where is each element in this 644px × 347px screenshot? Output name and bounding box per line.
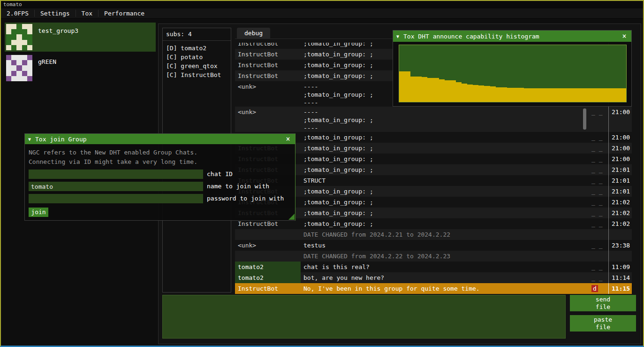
join-name-row: name to join with	[29, 182, 291, 191]
avatar-pixel	[22, 65, 27, 70]
collapse-arrow-icon[interactable]: ▼	[396, 34, 399, 39]
message-text: ;tomato_in_group: ;	[301, 154, 591, 164]
avatar-pixel	[27, 24, 32, 29]
avatar-pixel	[22, 60, 27, 65]
menu-item-performance[interactable]: Performance	[98, 8, 150, 18]
histogram-bar	[581, 88, 586, 102]
message-status: _ _	[591, 208, 608, 218]
chat-scrollbar-thumb[interactable]	[583, 108, 586, 130]
join-password-input[interactable]	[29, 194, 203, 203]
contact-name: test_group3	[38, 27, 78, 34]
message-status: _ _	[591, 186, 608, 197]
avatar-pixel	[27, 55, 32, 60]
resize-grip[interactable]	[288, 214, 295, 220]
join-window-titlebar[interactable]: ▼ Tox join Group ×	[25, 134, 295, 144]
subs-list-item[interactable]: [D] tomato2	[163, 44, 231, 53]
message-status: _ _	[591, 164, 608, 175]
message-time: 11:15	[608, 283, 632, 294]
date-divider-row: DATE CHANGED from 2024.2.21 to 2024.2.22	[235, 229, 632, 240]
message-text: ;tomato_in_group: ;	[301, 208, 591, 218]
subs-list-item[interactable]: [C] potato	[163, 53, 231, 62]
message-row[interactable]: tomato2bot, are you new here?_ _11:14	[235, 272, 632, 283]
histogram-bar	[575, 88, 581, 102]
avatar-pixel	[27, 65, 32, 70]
date-divider-row: DATE CHANGED from 2024.2.22 to 2024.2.23	[235, 251, 632, 262]
subs-list-item[interactable]: [C] green_qtox	[163, 62, 231, 70]
message-status: _ _	[591, 154, 608, 164]
message-sender	[235, 229, 301, 240]
avatar-pixel	[27, 60, 32, 65]
message-input[interactable]	[162, 295, 566, 339]
message-row[interactable]: InstructBotNo, I've been in this group f…	[235, 283, 632, 294]
message-sender: InstructBot	[235, 60, 301, 70]
message-time: 21:02	[608, 197, 632, 208]
tab-debug[interactable]: debug	[237, 28, 270, 39]
avatar-pixel	[22, 34, 27, 39]
chat-id-label: chat ID	[207, 170, 233, 179]
avatar-pixel	[27, 45, 32, 50]
avatar-pixel	[11, 40, 16, 45]
histogram-bar	[546, 88, 552, 102]
histogram-bar	[416, 77, 422, 102]
menu-item-tox[interactable]: Tox	[76, 8, 98, 18]
avatar-pixel	[11, 76, 16, 81]
histogram-bar	[615, 88, 621, 102]
histogram-bar	[501, 87, 507, 102]
avatar-pixel	[22, 45, 27, 50]
histogram-bar	[467, 85, 473, 102]
message-status: _ _	[591, 132, 608, 143]
avatar-pixel	[27, 29, 32, 34]
histogram-bar	[427, 78, 433, 102]
histogram-bar	[433, 78, 439, 102]
avatar-pixel	[27, 34, 32, 39]
join-button[interactable]: join	[29, 208, 48, 217]
message-text: ;tomato_in_group: ;	[301, 197, 591, 208]
chat-id-input[interactable]	[29, 170, 203, 179]
subs-list-item[interactable]: [C] InstructBot	[163, 70, 231, 79]
message-sender: tomato2	[235, 262, 301, 272]
message-row[interactable]: <unk>testus_ _23:38	[235, 240, 632, 251]
histogram-bar	[399, 71, 405, 102]
close-icon[interactable]: ×	[284, 135, 292, 143]
avatar-pixel	[11, 34, 16, 39]
send-file-button[interactable]: send file	[570, 295, 636, 311]
avatar-pixel	[11, 65, 16, 70]
join-group-window: ▼ Tox join Group × NGC refers to the New…	[24, 133, 295, 221]
join-name-input[interactable]	[29, 182, 203, 191]
message-row[interactable]: tomato2chat is this real?_ _11:09	[235, 262, 632, 272]
histogram-bar	[621, 88, 626, 102]
join-window-title: Tox join Group	[35, 136, 284, 143]
message-text: bot, are you new here?	[301, 272, 591, 283]
dht-histogram-window: ▼ Tox DHT announce capability histogram …	[393, 30, 632, 107]
contact-row-test_group3[interactable]: test_group3	[5, 23, 156, 52]
menu-item-settings[interactable]: Settings	[35, 8, 76, 18]
histogram-bar	[598, 88, 603, 102]
histogram-bar	[535, 88, 541, 102]
collapse-arrow-icon[interactable]: ▼	[28, 137, 31, 142]
window-titlebar[interactable]: tomato	[1, 1, 643, 8]
paste-file-button[interactable]: paste file	[570, 315, 636, 332]
message-sender: InstructBot	[235, 70, 301, 81]
join-name-label: name to join with	[207, 182, 269, 191]
contact-row-gREEN[interactable]: gREEN	[5, 54, 156, 83]
avatar-pixel	[22, 71, 27, 76]
avatar-pixel	[6, 45, 11, 50]
close-icon[interactable]: ×	[621, 32, 628, 40]
subs-count-header: subs: 4	[163, 28, 231, 41]
join-description-line: Connecting via ID might take a very long…	[29, 157, 291, 167]
message-time	[608, 229, 632, 240]
avatar-pixel	[16, 45, 22, 50]
avatar-pixel	[22, 40, 27, 45]
message-time: 21:01	[608, 186, 632, 197]
histogram-bar	[410, 77, 416, 102]
histogram-bar	[518, 88, 524, 102]
message-row[interactable]: <unk>---- ;tomato_in_group: ; ----_ _21:…	[235, 107, 632, 132]
message-text: testus	[301, 240, 591, 251]
message-status: _ _	[591, 197, 608, 208]
join-password-row: password to join with	[29, 194, 291, 203]
contact-list: test_group3gREEN	[5, 23, 156, 85]
message-time: 21:00	[608, 132, 632, 143]
message-time: 11:14	[608, 272, 632, 283]
histogram-window-titlebar[interactable]: ▼ Tox DHT announce capability histogram …	[393, 31, 631, 42]
message-status: _ _	[591, 218, 608, 229]
